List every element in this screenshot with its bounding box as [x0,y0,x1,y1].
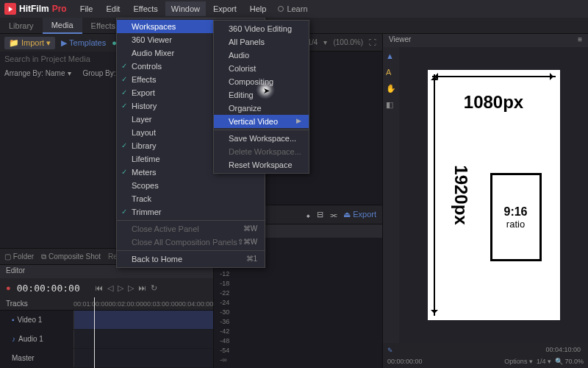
menu-file[interactable]: File [74,1,99,16]
check-icon: ✓ [121,102,127,110]
options-dropdown[interactable]: Options ▾ [504,358,533,365]
quality-dropdown[interactable]: 1/4 [537,358,546,365]
marker-icon[interactable]: ⬥ [306,210,311,219]
viewer-title: Viewer [389,35,411,46]
app-edition: Pro [52,4,67,14]
pen-tool-icon[interactable]: ✎ [387,347,393,354]
menu-edit[interactable]: Edit [100,1,126,16]
templates-label: Templates [69,38,106,47]
viewer-canvas[interactable]: 1080px 1920px 9:16 ratio [399,47,588,343]
ratio-box: 9:16 ratio [490,173,542,261]
menu-close-active: Close Active Panel⌘W [117,222,265,236]
timeline-toolbar: ● 00:00:00:00 ⏮ ◁ ▷ ▷ ⏭ ↻ [0,278,213,297]
tab-media[interactable]: Media [43,18,82,34]
viewer-panel-header: Viewer ≡ [383,34,588,47]
comp-shot-button[interactable]: ⧉ Composite Shot [41,252,101,261]
menu-scopes[interactable]: Scopes [117,179,265,192]
width-label: 1080px [428,92,560,113]
menu-export[interactable]: Export [207,1,243,16]
export-button[interactable]: ⏏ Export [343,210,376,219]
zoom-icon[interactable]: 🔍 [555,358,563,365]
ws-360[interactable]: 360 Video Editing [214,22,309,35]
loop-icon[interactable]: ↻ [151,283,157,293]
select-tool-icon[interactable]: ▲ [386,52,396,62]
viewer-footer: ✎ 00:00:00:00 Options ▾ 1/4 ▾ 🔍 70.0% 00… [383,343,588,368]
play-icon [4,3,16,15]
folder-button[interactable]: ▢ Folder [4,252,34,261]
ws-save[interactable]: Save Workspace... [214,132,309,145]
menu-effects[interactable]: Effects [127,1,163,16]
ws-editing[interactable]: Editing [214,88,309,102]
width-arrow [432,76,556,77]
menu-back-home[interactable]: Back to Home⌘1 [117,252,265,266]
ws-audio[interactable]: Audio [214,49,309,62]
track-video-1[interactable]: ▪Video 1 [0,311,213,330]
viewer-toolbar: ▲ A ✋ ◧ [383,47,399,343]
ws-colorist[interactable]: Colorist [214,62,309,75]
transport-controls: ⏮ ◁ ▷ ▷ ⏭ ↻ [95,283,157,293]
viewer-tc-end: 00:04:10:00 [545,346,581,353]
mask-tool-icon[interactable]: ◧ [386,100,396,110]
ws-organize[interactable]: Organize [214,102,309,115]
video-icon: ▪ [12,316,15,324]
learn-button[interactable]: Learn [278,4,307,13]
circle-icon [278,6,284,12]
viewer-tc-start[interactable]: 00:00:00:00 [387,358,423,365]
check-icon: ✓ [121,168,127,176]
play-icon[interactable]: ▷ [118,283,123,293]
zoom-value[interactable]: 70.0% [564,358,584,365]
check-icon: ✓ [121,88,127,96]
height-label: 1920px [450,165,470,224]
next-frame-icon[interactable]: ▷ [128,283,134,293]
menubar: HitFilm Pro File Edit Effects Window Exp… [0,0,588,18]
canvas-frame: 1080px 1920px 9:16 ratio [428,70,560,320]
check-icon: ✓ [121,62,127,70]
skip-start-icon[interactable]: ⏮ [95,283,103,293]
panel-menu-icon[interactable]: ≡ [578,35,582,46]
chevron-right-icon: ▶ [296,117,301,126]
menu-close-all: Close All Composition Panels⇧⌘W [117,236,265,249]
tab-library[interactable]: Library [0,18,43,33]
track-audio-1[interactable]: ♪Audio 1 [0,330,213,349]
check-icon: ✓ [121,75,127,83]
app-name: HitFilm [19,4,49,14]
check-icon: ✓ [121,208,127,216]
tracks-label: Tracks [0,300,74,308]
preview-zoom[interactable]: (100.0%) [333,38,363,46]
track-master[interactable]: Master [0,349,213,368]
menu-window[interactable]: Window [165,1,206,16]
arrange-by-dropdown[interactable]: Arrange By: Name ▾ [4,69,71,77]
prev-frame-icon[interactable]: ◁ [107,283,113,293]
import-label: Import [21,38,44,47]
ws-reset[interactable]: Reset Workspace [214,158,309,171]
learn-label: Learn [287,4,307,13]
skip-end-icon[interactable]: ⏭ [138,283,146,293]
menu-track[interactable]: Track [117,192,265,205]
fullscreen-icon[interactable]: ⛶ [369,38,376,46]
snap-icon[interactable]: ⊟ [317,210,323,219]
workspaces-submenu: 360 Video Editing All Panels Audio Color… [213,20,309,174]
templates-button[interactable]: ▶ Templates [61,38,106,48]
menu-trimmer[interactable]: ✓Trimmer [117,205,265,219]
playhead[interactable] [94,297,95,368]
link-icon[interactable]: ⫘ [329,210,337,219]
import-button[interactable]: 📁 Import ▾ [4,37,55,49]
menu-help[interactable]: Help [244,1,273,16]
app-logo: HitFilm Pro [4,3,67,15]
hand-tool-icon[interactable]: ✋ [386,84,396,94]
audio-icon: ♪ [12,335,15,343]
ws-all-panels[interactable]: All Panels [214,35,309,49]
text-tool-icon[interactable]: A [386,68,396,78]
check-icon: ✓ [121,141,127,149]
timecode[interactable]: 00:00:00:00 [17,283,80,294]
ws-delete: Delete Workspace... [214,145,309,158]
ws-vertical-video[interactable]: Vertical Video▶ [214,115,309,128]
record-icon[interactable]: ● [6,283,11,292]
ws-compositing[interactable]: Compositing [214,75,309,88]
